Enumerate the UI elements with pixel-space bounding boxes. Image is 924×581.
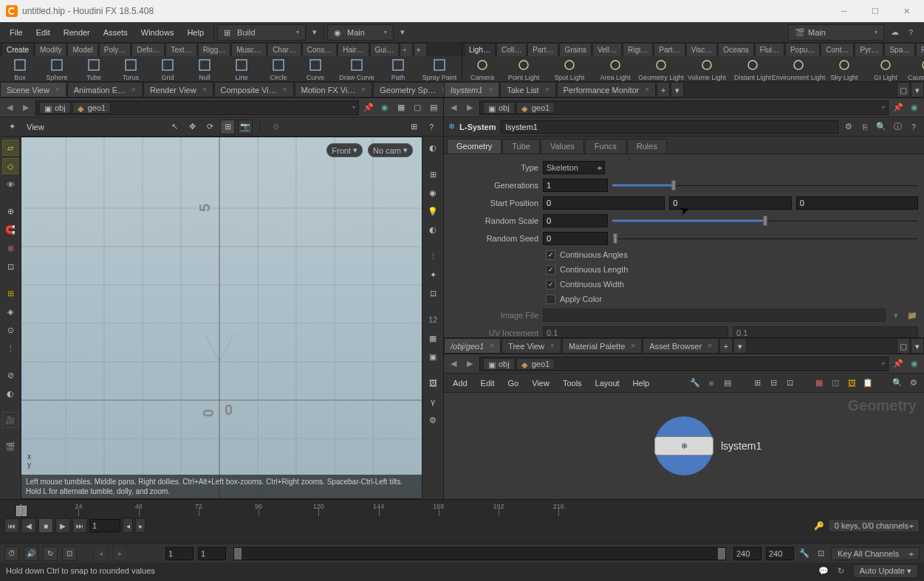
- pane-tab-control[interactable]: +: [657, 82, 670, 97]
- pane-tab[interactable]: /obj/geo1×: [444, 338, 501, 354]
- channel-list-icon[interactable]: ⊡: [815, 548, 827, 560]
- audio-toggle[interactable]: 🔊: [24, 546, 38, 561]
- shelf-item[interactable]: Box: [3, 57, 37, 81]
- desktop-selector-left[interactable]: ⊞ Build: [217, 24, 306, 41]
- maximize-pane-icon[interactable]: ▢: [897, 338, 910, 354]
- generations-field[interactable]: [543, 179, 608, 192]
- shelf-item[interactable]: Environment Light: [777, 57, 820, 81]
- cont-angles-checkbox[interactable]: [546, 250, 555, 260]
- param-tab[interactable]: Geometry: [447, 139, 502, 154]
- net-gear-icon[interactable]: ⚙: [908, 377, 920, 389]
- layout-icon[interactable]: ⊞: [406, 120, 421, 134]
- param-tab[interactable]: Tube: [502, 139, 540, 154]
- net-path-obj[interactable]: ▣obj: [483, 358, 515, 370]
- pane-tab[interactable]: Composite Vi…×: [214, 82, 294, 97]
- node-name-field[interactable]: [501, 120, 838, 134]
- generations-slider[interactable]: [612, 182, 918, 189]
- param-pin-icon[interactable]: 📌: [892, 101, 905, 114]
- shelf-tab[interactable]: Coll…: [496, 43, 527, 56]
- menu-edit[interactable]: Edit: [30, 25, 57, 40]
- first-frame-button[interactable]: ⏮: [4, 518, 19, 533]
- loop-toggle[interactable]: ↻: [43, 546, 58, 561]
- help-icon[interactable]: ?: [905, 27, 917, 38]
- path-seg-obj[interactable]: ▣obj: [39, 102, 71, 114]
- gear-icon[interactable]: ⚙: [843, 121, 855, 133]
- shelf-tab[interactable]: Defo…: [131, 43, 165, 56]
- net-search-icon[interactable]: 🔍: [892, 377, 903, 389]
- randscale-field[interactable]: [543, 214, 608, 227]
- visibility-icon[interactable]: 👁: [2, 176, 18, 193]
- range-slider[interactable]: [233, 547, 726, 560]
- shelf-item[interactable]: Path: [381, 57, 415, 81]
- display-opts-icon[interactable]: ⚙: [425, 412, 441, 428]
- play-forward-button[interactable]: ▶: [55, 518, 70, 533]
- xray-icon[interactable]: ⊘: [2, 367, 18, 383]
- range-start2-field[interactable]: [198, 547, 226, 560]
- pane-tab[interactable]: Material Palette×: [562, 338, 642, 354]
- range-end-inner-field[interactable]: [733, 547, 762, 560]
- record-icon[interactable]: ⊘: [268, 120, 283, 134]
- shelf-tab[interactable]: Visc…: [686, 43, 718, 56]
- cloud-icon[interactable]: ☁: [889, 27, 900, 38]
- shelf-tab[interactable]: Vell…: [592, 43, 622, 56]
- viewport-3d[interactable]: 5 0 0 Front▾ No cam▾ xy Left mouse tumbl…: [21, 137, 422, 499]
- display-options-icon[interactable]: ▤: [427, 101, 440, 114]
- shelf-item[interactable]: Sky Light: [823, 57, 866, 81]
- ghost-icon[interactable]: ◐: [2, 385, 18, 402]
- shelf-tab[interactable]: Cons…: [302, 43, 337, 56]
- shelf-item[interactable]: Spot Light: [548, 57, 591, 81]
- stop-button[interactable]: ■: [38, 518, 53, 533]
- startpos-z[interactable]: [796, 196, 918, 210]
- inspect-icon[interactable]: 🎥: [2, 412, 18, 428]
- material-icon[interactable]: ◐: [425, 221, 441, 238]
- info-icon[interactable]: ⓘ: [892, 121, 903, 133]
- shelf-tab[interactable]: Oceans: [718, 43, 753, 56]
- net-pin-icon[interactable]: 📌: [892, 357, 905, 371]
- type-select[interactable]: Skeleton: [543, 161, 605, 174]
- nav-back[interactable]: ◀: [3, 101, 16, 114]
- range-handle-left[interactable]: [234, 548, 242, 560]
- shelf-tab[interactable]: Popu…: [785, 43, 820, 56]
- param-nav-fwd[interactable]: ▶: [463, 101, 476, 114]
- shading-menu-icon[interactable]: ◐: [425, 140, 441, 156]
- flipbook-icon[interactable]: 🎬: [2, 439, 18, 455]
- net-tool-note-icon[interactable]: 📋: [862, 377, 874, 389]
- pane-tab[interactable]: lsystem1×: [444, 82, 499, 97]
- shelf-tab[interactable]: Pyr…: [855, 43, 883, 56]
- key-prev-button[interactable]: ◂: [93, 546, 108, 561]
- viewport-help-icon[interactable]: ?: [424, 120, 439, 134]
- pane-menu-icon[interactable]: ▾: [911, 338, 924, 354]
- net-nav-back[interactable]: ◀: [447, 357, 460, 371]
- pointnum-icon[interactable]: 12: [425, 312, 441, 328]
- close-icon[interactable]: ×: [55, 86, 60, 94]
- rotate-tool-icon[interactable]: ⟳: [202, 120, 217, 134]
- shelf-tab[interactable]: Text…: [165, 43, 196, 56]
- param-path-geo1[interactable]: ◆geo1: [516, 102, 555, 114]
- snap-multi-icon[interactable]: ⋮: [2, 340, 18, 357]
- param-path-obj[interactable]: ▣obj: [483, 102, 515, 114]
- network-path-field[interactable]: ▣obj ◆geo1 ▾: [479, 357, 889, 371]
- randseed-field[interactable]: [543, 232, 608, 245]
- param-help-icon[interactable]: ?: [908, 121, 920, 133]
- node-lsystem1[interactable]: ❄: [654, 436, 713, 455]
- auto-update-menu[interactable]: Auto Update ▾: [853, 564, 918, 578]
- pane-tab[interactable]: Scene View×: [0, 82, 66, 97]
- net-tool-grid3-icon[interactable]: ⊡: [784, 377, 795, 389]
- cplane-icon[interactable]: ⊡: [2, 258, 18, 275]
- net-tool-grid1-icon[interactable]: ⊞: [751, 377, 763, 389]
- randseed-slider[interactable]: [612, 235, 918, 242]
- cont-width-checkbox[interactable]: [546, 280, 555, 289]
- shelf-tab[interactable]: Part…: [527, 43, 558, 56]
- shelf-tab[interactable]: Rigi…: [623, 43, 653, 56]
- last-frame-button[interactable]: ⏭: [72, 518, 87, 533]
- shelf-tab[interactable]: Grains: [559, 43, 591, 56]
- menu-assets[interactable]: Assets: [97, 25, 134, 40]
- param-nav-back[interactable]: ◀: [447, 101, 460, 114]
- pin-icon[interactable]: 📌: [362, 101, 375, 114]
- update-menu-selector[interactable]: 🎬 Main: [788, 24, 884, 41]
- shelf-item[interactable]: Draw Curve: [335, 57, 378, 81]
- template-icon[interactable]: ▦: [394, 101, 408, 114]
- shelf-item[interactable]: Spray Paint: [418, 57, 461, 81]
- range-lock[interactable]: ⊡: [62, 546, 77, 561]
- pane-menu-icon[interactable]: ▾: [911, 82, 924, 97]
